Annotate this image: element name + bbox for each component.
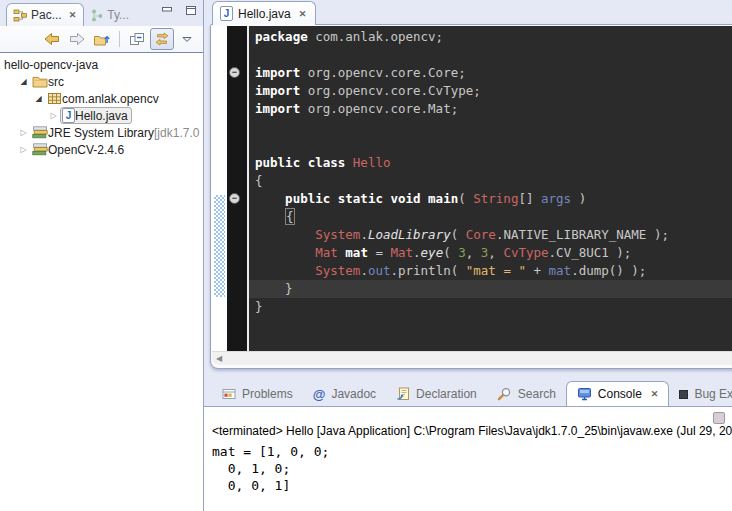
console-output-line: mat = [1, 0, 0; — [212, 443, 732, 460]
code-line: import org.opencv.core.Mat; — [249, 100, 732, 118]
code-line: import org.opencv.core.CvType; — [249, 82, 732, 100]
close-icon[interactable]: ✕ — [651, 389, 659, 399]
back-button[interactable] — [40, 28, 64, 50]
view-tab-label: Ty... — [107, 8, 129, 22]
minimize-icon[interactable] — [161, 5, 173, 16]
code-line — [249, 118, 732, 136]
editor-tab-hello-java[interactable]: J Hello.java ✕ — [212, 1, 316, 25]
maximize-icon[interactable] — [185, 5, 197, 16]
close-icon[interactable]: ✕ — [299, 9, 307, 19]
current-code-line: } — [249, 280, 732, 298]
project-tree[interactable]: hello-opencv-java◢src◢com.anlak.opencv▷J… — [0, 53, 203, 511]
code-line: System.LoadLibrary( Core.NATIVE_LIBRARY_… — [249, 226, 732, 244]
code-line: System.out.println( "mat = " + mat.dump(… — [249, 262, 732, 280]
editor-horizontal-scrollbar[interactable]: ◀ — [212, 351, 732, 365]
tab-bug-explorer[interactable]: Bug Explorer — [669, 382, 732, 406]
console-icon — [577, 387, 592, 401]
scroll-left-arrow-icon[interactable]: ◀ — [212, 354, 222, 363]
close-icon[interactable]: ✕ — [69, 10, 77, 20]
tree-item-src[interactable]: ◢src — [0, 73, 203, 90]
package-explorer-view: Pac...✕Ty... hello-opencv-java◢src◢com.a… — [0, 0, 204, 511]
up-folder-icon — [93, 32, 111, 47]
java-file-icon: J — [62, 108, 75, 123]
tree-item-label: src — [48, 75, 64, 89]
tree-item-suffix: [jdk1.7.0 — [154, 126, 199, 140]
tree-item-jre-system-library[interactable]: ▷JRE System Library [jdk1.7.0 — [0, 124, 203, 141]
library-icon — [32, 143, 48, 156]
view-menu-icon — [182, 36, 192, 43]
tree-item-hello-java[interactable]: ▷JHello.java — [0, 107, 203, 124]
tree-item-opencv-2-4-6[interactable]: ▷OpenCV-2.4.6 — [0, 141, 203, 158]
tree-item-content: JRE System Library [jdk1.7.0 — [30, 125, 203, 141]
eclipse-window: { "left_panel": { "tabs": [ { "label": "… — [0, 0, 732, 511]
console-view: <terminated> Hello [Java Application] C:… — [204, 406, 732, 511]
package-explorer-toolbar — [0, 26, 203, 53]
code-editor[interactable]: package com.anlak.opencv;import org.open… — [249, 26, 732, 351]
package-icon — [47, 92, 62, 105]
problems-icon — [222, 388, 236, 400]
tab-problems[interactable]: Problems — [212, 382, 303, 406]
tab-console[interactable]: Console✕ — [566, 381, 670, 406]
code-line: Mat mat = Mat.eye( 3, 3, CvType.CV_8UC1 … — [249, 244, 732, 262]
search-icon — [497, 387, 512, 401]
tab-label: Console — [598, 387, 642, 401]
link-with-editor-button[interactable] — [150, 28, 174, 50]
code-line — [249, 136, 732, 154]
forward-icon — [68, 32, 86, 46]
view-window-buttons — [161, 5, 197, 16]
code-line — [249, 46, 732, 64]
java-file-icon: J — [220, 6, 233, 21]
editor-tab-label: Hello.java — [238, 7, 291, 21]
code-line: package com.anlak.opencv; — [249, 28, 732, 46]
left-view-tabs: Pac...✕Ty... — [0, 0, 203, 26]
annotation-ruler[interactable] — [212, 26, 227, 351]
code-line: public static void main( String[] args ) — [249, 190, 732, 208]
expand-arrow-icon[interactable]: ▷ — [47, 111, 60, 120]
type-hierarchy-icon — [90, 9, 103, 22]
svg-text:J: J — [66, 110, 72, 121]
expand-arrow-icon[interactable]: ▷ — [17, 145, 30, 154]
console-output-line: 0, 1, 0; — [212, 460, 732, 477]
up-folder-button[interactable] — [90, 28, 114, 50]
javadoc-icon: @ — [313, 388, 326, 401]
tree-item-hello-opencv-java[interactable]: hello-opencv-java — [0, 56, 203, 73]
console-output[interactable]: mat = [1, 0, 0; 0, 1, 0; 0, 0, 1] — [204, 438, 732, 494]
bottom-view-tabs: Problems@JavadocDeclarationSearchConsole… — [204, 379, 732, 406]
tab-javadoc[interactable]: @Javadoc — [303, 382, 386, 406]
collapse-all-icon — [129, 32, 145, 46]
link-with-editor-icon — [154, 32, 170, 46]
tree-item-content: src — [30, 74, 68, 90]
forward-button[interactable] — [65, 28, 89, 50]
code-line: public class Hello — [249, 154, 732, 172]
tab-search[interactable]: Search — [487, 382, 566, 406]
code-line: { — [249, 172, 732, 190]
fold-gutter[interactable]: −− — [227, 26, 249, 351]
tab-declaration[interactable]: Declaration — [386, 382, 487, 406]
tree-item-label: hello-opencv-java — [4, 58, 98, 72]
view-menu-button[interactable] — [175, 28, 199, 50]
tree-item-com-anlak-opencv[interactable]: ◢com.anlak.opencv — [0, 90, 203, 107]
expand-arrow-icon[interactable]: ▷ — [17, 128, 30, 137]
tree-item-label: OpenCV-2.4.6 — [48, 143, 124, 157]
tree-item-content: com.anlak.opencv — [45, 91, 163, 107]
console-toolbar-button[interactable] — [713, 412, 725, 424]
back-icon — [43, 32, 61, 46]
fold-collapse-icon[interactable]: − — [229, 193, 240, 204]
collapse-arrow-icon[interactable]: ◢ — [32, 94, 45, 103]
view-tab-label: Pac... — [31, 8, 62, 22]
collapse-all-button[interactable] — [125, 28, 149, 50]
view-tab-pac[interactable]: Pac...✕ — [6, 3, 84, 26]
tree-item-content: hello-opencv-java — [2, 57, 102, 73]
console-output-line: 0, 0, 1] — [212, 477, 732, 494]
code-line: import org.opencv.core.Core; — [249, 64, 732, 82]
view-tab-ty[interactable]: Ty... — [84, 4, 136, 26]
console-process-header: <terminated> Hello [Java Application] C:… — [204, 407, 732, 438]
tab-label: Javadoc — [331, 387, 376, 401]
tab-label: Bug Explorer — [694, 387, 732, 401]
svg-text:J: J — [224, 8, 230, 19]
method-range-indicator — [214, 195, 225, 297]
fold-collapse-icon[interactable]: − — [229, 67, 240, 78]
collapse-arrow-icon[interactable]: ◢ — [17, 77, 30, 86]
code-line: { — [249, 208, 732, 226]
tree-item-label: Hello.java — [75, 109, 128, 123]
